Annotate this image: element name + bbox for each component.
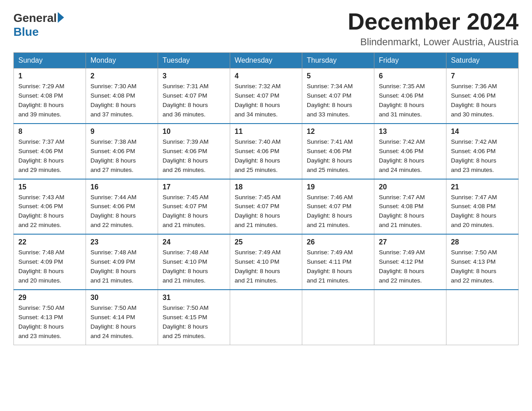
- calendar-cell: 23Sunrise: 7:48 AMSunset: 4:09 PMDayligh…: [86, 234, 158, 290]
- day-info: Sunrise: 7:49 AMSunset: 4:10 PMDaylight:…: [235, 248, 297, 286]
- day-number: 21: [451, 183, 514, 191]
- weekday-header-monday: Monday: [86, 53, 158, 68]
- calendar-cell: 16Sunrise: 7:44 AMSunset: 4:06 PMDayligh…: [86, 179, 158, 235]
- calendar-week-row: 29Sunrise: 7:50 AMSunset: 4:13 PMDayligh…: [14, 290, 519, 345]
- day-info: Sunrise: 7:50 AMSunset: 4:13 PMDaylight:…: [18, 304, 81, 341]
- calendar-cell: [446, 290, 519, 345]
- day-number: 31: [163, 294, 225, 302]
- day-number: 19: [307, 183, 369, 191]
- day-info: Sunrise: 7:49 AMSunset: 4:11 PMDaylight:…: [307, 248, 369, 286]
- calendar-cell: 2Sunrise: 7:30 AMSunset: 4:08 PMDaylight…: [86, 68, 158, 124]
- day-info: Sunrise: 7:35 AMSunset: 4:06 PMDaylight:…: [379, 82, 442, 120]
- calendar-cell: 25Sunrise: 7:49 AMSunset: 4:10 PMDayligh…: [230, 234, 302, 290]
- day-info: Sunrise: 7:50 AMSunset: 4:15 PMDaylight:…: [163, 304, 225, 341]
- calendar-cell: 9Sunrise: 7:38 AMSunset: 4:06 PMDaylight…: [86, 124, 158, 179]
- day-number: 12: [307, 128, 369, 136]
- calendar-cell: 10Sunrise: 7:39 AMSunset: 4:06 PMDayligh…: [158, 124, 230, 179]
- day-number: 4: [235, 72, 297, 80]
- day-info: Sunrise: 7:45 AMSunset: 4:07 PMDaylight:…: [163, 193, 225, 231]
- day-info: Sunrise: 7:39 AMSunset: 4:06 PMDaylight:…: [163, 137, 225, 175]
- calendar-cell: 26Sunrise: 7:49 AMSunset: 4:11 PMDayligh…: [302, 234, 374, 290]
- day-info: Sunrise: 7:40 AMSunset: 4:06 PMDaylight:…: [235, 137, 297, 175]
- day-number: 27: [379, 238, 442, 246]
- day-number: 28: [451, 238, 514, 246]
- page-header: General Blue December 2024 Blindenmarkt,…: [13, 9, 519, 48]
- calendar-cell: 19Sunrise: 7:46 AMSunset: 4:07 PMDayligh…: [302, 179, 374, 235]
- calendar-cell: 3Sunrise: 7:31 AMSunset: 4:07 PMDaylight…: [158, 68, 230, 124]
- day-number: 2: [90, 72, 153, 80]
- day-number: 1: [18, 72, 81, 80]
- day-number: 30: [90, 294, 153, 302]
- calendar-cell: 8Sunrise: 7:37 AMSunset: 4:06 PMDaylight…: [14, 124, 86, 179]
- day-info: Sunrise: 7:50 AMSunset: 4:13 PMDaylight:…: [451, 248, 514, 286]
- day-number: 20: [379, 183, 442, 191]
- weekday-header-saturday: Saturday: [446, 53, 519, 68]
- title-block: December 2024 Blindenmarkt, Lower Austri…: [348, 9, 519, 48]
- calendar-cell: 7Sunrise: 7:36 AMSunset: 4:06 PMDaylight…: [446, 68, 519, 124]
- calendar-cell: 27Sunrise: 7:49 AMSunset: 4:12 PMDayligh…: [374, 234, 446, 290]
- day-number: 9: [90, 128, 153, 136]
- day-number: 24: [163, 238, 225, 246]
- day-number: 16: [90, 183, 153, 191]
- day-info: Sunrise: 7:30 AMSunset: 4:08 PMDaylight:…: [90, 82, 153, 120]
- day-info: Sunrise: 7:47 AMSunset: 4:08 PMDaylight:…: [451, 193, 514, 231]
- day-info: Sunrise: 7:49 AMSunset: 4:12 PMDaylight:…: [379, 248, 442, 286]
- logo-blue-text: Blue: [13, 25, 39, 39]
- calendar-cell: 4Sunrise: 7:32 AMSunset: 4:07 PMDaylight…: [230, 68, 302, 124]
- day-number: 18: [235, 183, 297, 191]
- calendar-cell: 24Sunrise: 7:48 AMSunset: 4:10 PMDayligh…: [158, 234, 230, 290]
- day-info: Sunrise: 7:34 AMSunset: 4:07 PMDaylight:…: [307, 82, 369, 120]
- calendar-cell: [374, 290, 446, 345]
- day-info: Sunrise: 7:47 AMSunset: 4:08 PMDaylight:…: [379, 193, 442, 231]
- weekday-header-tuesday: Tuesday: [158, 53, 230, 68]
- day-number: 10: [163, 128, 225, 136]
- calendar-cell: 1Sunrise: 7:29 AMSunset: 4:08 PMDaylight…: [14, 68, 86, 124]
- day-number: 3: [163, 72, 225, 80]
- calendar-cell: [230, 290, 302, 345]
- calendar-cell: 28Sunrise: 7:50 AMSunset: 4:13 PMDayligh…: [446, 234, 519, 290]
- calendar-cell: 5Sunrise: 7:34 AMSunset: 4:07 PMDaylight…: [302, 68, 374, 124]
- day-number: 15: [18, 183, 81, 191]
- day-info: Sunrise: 7:43 AMSunset: 4:06 PMDaylight:…: [18, 193, 81, 231]
- day-number: 14: [451, 128, 514, 136]
- day-info: Sunrise: 7:42 AMSunset: 4:06 PMDaylight:…: [451, 137, 514, 175]
- day-number: 13: [379, 128, 442, 136]
- month-title: December 2024: [348, 9, 519, 34]
- day-info: Sunrise: 7:41 AMSunset: 4:06 PMDaylight:…: [307, 137, 369, 175]
- calendar-cell: 13Sunrise: 7:42 AMSunset: 4:06 PMDayligh…: [374, 124, 446, 179]
- day-info: Sunrise: 7:42 AMSunset: 4:06 PMDaylight:…: [379, 137, 442, 175]
- day-info: Sunrise: 7:48 AMSunset: 4:10 PMDaylight:…: [163, 248, 225, 286]
- logo: General Blue: [13, 11, 64, 39]
- day-info: Sunrise: 7:48 AMSunset: 4:09 PMDaylight:…: [18, 248, 81, 286]
- calendar-cell: 30Sunrise: 7:50 AMSunset: 4:14 PMDayligh…: [86, 290, 158, 345]
- day-info: Sunrise: 7:29 AMSunset: 4:08 PMDaylight:…: [18, 82, 81, 120]
- calendar-cell: 12Sunrise: 7:41 AMSunset: 4:06 PMDayligh…: [302, 124, 374, 179]
- day-number: 5: [307, 72, 369, 80]
- calendar-cell: 11Sunrise: 7:40 AMSunset: 4:06 PMDayligh…: [230, 124, 302, 179]
- weekday-header-friday: Friday: [374, 53, 446, 68]
- calendar-cell: 29Sunrise: 7:50 AMSunset: 4:13 PMDayligh…: [14, 290, 86, 345]
- day-number: 6: [379, 72, 442, 80]
- weekday-header-thursday: Thursday: [302, 53, 374, 68]
- calendar-week-row: 15Sunrise: 7:43 AMSunset: 4:06 PMDayligh…: [14, 179, 519, 235]
- day-info: Sunrise: 7:48 AMSunset: 4:09 PMDaylight:…: [90, 248, 153, 286]
- logo-arrow-icon: [58, 12, 64, 23]
- calendar-cell: 6Sunrise: 7:35 AMSunset: 4:06 PMDaylight…: [374, 68, 446, 124]
- day-number: 25: [235, 238, 297, 246]
- weekday-header-wednesday: Wednesday: [230, 53, 302, 68]
- day-info: Sunrise: 7:32 AMSunset: 4:07 PMDaylight:…: [235, 82, 297, 120]
- day-info: Sunrise: 7:46 AMSunset: 4:07 PMDaylight:…: [307, 193, 369, 231]
- day-info: Sunrise: 7:44 AMSunset: 4:06 PMDaylight:…: [90, 193, 153, 231]
- day-info: Sunrise: 7:45 AMSunset: 4:07 PMDaylight:…: [235, 193, 297, 231]
- day-number: 11: [235, 128, 297, 136]
- day-number: 8: [18, 128, 81, 136]
- day-number: 29: [18, 294, 81, 302]
- logo-general-text: General: [13, 11, 57, 25]
- calendar-week-row: 8Sunrise: 7:37 AMSunset: 4:06 PMDaylight…: [14, 124, 519, 179]
- day-info: Sunrise: 7:38 AMSunset: 4:06 PMDaylight:…: [90, 137, 153, 175]
- weekday-header-sunday: Sunday: [14, 53, 86, 68]
- calendar-week-row: 22Sunrise: 7:48 AMSunset: 4:09 PMDayligh…: [14, 234, 519, 290]
- calendar-cell: 31Sunrise: 7:50 AMSunset: 4:15 PMDayligh…: [158, 290, 230, 345]
- day-info: Sunrise: 7:31 AMSunset: 4:07 PMDaylight:…: [163, 82, 225, 120]
- calendar-cell: 14Sunrise: 7:42 AMSunset: 4:06 PMDayligh…: [446, 124, 519, 179]
